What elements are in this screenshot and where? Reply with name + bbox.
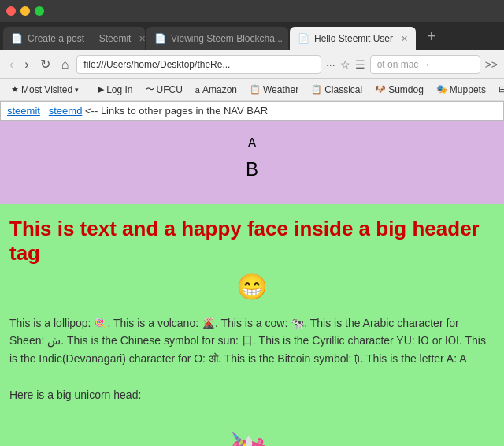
muppets-icon: 🎭 — [436, 84, 447, 95]
login-icon: ▶ — [98, 84, 104, 95]
nav-notice-text: <-- Links to other pages in the NAV BAR — [85, 105, 268, 117]
tab-2-label: Viewing Steem Blockcha... — [171, 33, 283, 44]
section-b-label: B — [0, 158, 504, 180]
page-content: steemit steemd <-- Links to other pages … — [0, 101, 504, 446]
most-visited-icon: ★ — [11, 84, 19, 95]
main-paragraph: This is a lollipop: 🍭. This is a volcano… — [0, 314, 504, 377]
bookmark-icon[interactable]: ☆ — [340, 58, 350, 71]
tab-3[interactable]: 📄 Hello Steemit User ✕ — [290, 27, 416, 50]
tab-bar: 📄 Create a post — Steemit ✕ 📄 Viewing St… — [0, 22, 504, 50]
address-icons: ··· ☆ ☰ — [326, 58, 365, 71]
section-a-label: A — [0, 136, 504, 151]
traffic-lights — [6, 6, 44, 16]
sumdog-icon: 🐶 — [375, 84, 386, 95]
unicorn-emoji: 🦄 — [0, 414, 504, 446]
tab-3-close[interactable]: ✕ — [401, 34, 408, 44]
bookmark-muppets[interactable]: 🎭 Muppets — [432, 83, 491, 97]
home-button[interactable]: ⌂ — [58, 56, 72, 73]
office365-icon: ⊞ — [498, 84, 504, 95]
unicorn-intro: Here is a big unicorn head: — [0, 377, 504, 413]
forward-button[interactable]: › — [21, 56, 32, 73]
amazon-icon: a — [195, 85, 200, 95]
tab-2-icon: 📄 — [154, 33, 166, 44]
bookmark-ufcu-label: UFCU — [157, 84, 183, 95]
more-icon[interactable]: ··· — [326, 58, 335, 71]
bookmark-ufcu[interactable]: 〜 UFCU — [141, 82, 187, 97]
bookmark-amazon-label: Amazon — [202, 84, 237, 95]
bookmark-login-label: Log In — [106, 84, 132, 95]
tab-1-close[interactable]: ✕ — [139, 34, 145, 44]
address-url: file:///Users/home/Desktop/theRe... — [83, 59, 314, 70]
section-ab: A B — [0, 121, 504, 204]
nav-notice: steemit steemd <-- Links to other pages … — [0, 101, 504, 121]
bookmark-sumdog-label: Sumdog — [388, 84, 424, 95]
happy-face-emoji: 😁 — [0, 269, 504, 314]
steemd-link[interactable]: steemd — [49, 105, 83, 117]
unicorn-intro-text: Here is a big unicorn head: — [9, 386, 495, 403]
bookmark-weather[interactable]: 📋 Weather — [245, 83, 303, 97]
search-placeholder: ot on mac → — [377, 59, 431, 70]
tab-1[interactable]: 📄 Create a post — Steemit ✕ — [3, 27, 145, 50]
weather-icon: 📋 — [250, 84, 261, 95]
steemit-link[interactable]: steemit — [7, 105, 40, 117]
main-content: This is text and a happy face inside a b… — [0, 204, 504, 446]
minimize-button[interactable] — [20, 6, 30, 16]
tab-3-icon: 📄 — [298, 33, 309, 44]
fullscreen-button[interactable] — [35, 6, 44, 16]
tab-3-label: Hello Steemit User — [314, 33, 393, 44]
bookmark-login[interactable]: ▶ Log In — [93, 83, 137, 97]
title-bar — [0, 0, 504, 22]
tab-2[interactable]: 📄 Viewing Steem Blockcha... ✕ — [146, 27, 288, 50]
address-bar: ‹ › ↻ ⌂ file:///Users/home/Desktop/theRe… — [0, 50, 504, 79]
bookmark-weather-label: Weather — [263, 84, 298, 95]
reload-button[interactable]: ↻ — [37, 55, 54, 73]
tab-1-icon: 📄 — [11, 33, 23, 44]
chevron-down-icon: ▾ — [75, 86, 79, 94]
close-button[interactable] — [6, 6, 16, 16]
search-input[interactable]: ot on mac → — [370, 55, 480, 74]
bookmark-most-visited-label: Most Visited — [21, 84, 72, 95]
extensions-icon[interactable]: >> — [485, 58, 498, 71]
readinglist-icon[interactable]: ☰ — [355, 58, 365, 71]
tab-1-label: Create a post — Steemit — [28, 33, 131, 44]
bookmark-sumdog[interactable]: 🐶 Sumdog — [370, 83, 428, 97]
bookmark-office365[interactable]: ⊞ Office 365 — [494, 83, 504, 97]
bookmark-amazon[interactable]: a Amazon — [191, 83, 242, 97]
bookmarks-bar: ★ Most Visited ▾ ▶ Log In 〜 UFCU a Amazo… — [0, 79, 504, 101]
bookmark-classical[interactable]: 📋 Classical — [306, 83, 367, 97]
new-tab-button[interactable]: + — [421, 28, 443, 46]
classical-icon: 📋 — [311, 84, 322, 95]
paragraph-text: This is a lollipop: 🍭. This is a volcano… — [9, 314, 495, 367]
bookmark-muppets-label: Muppets — [450, 84, 486, 95]
address-input[interactable]: file:///Users/home/Desktop/theRe... — [76, 55, 321, 74]
back-button[interactable]: ‹ — [6, 56, 17, 73]
main-header: This is text and a happy face inside a b… — [0, 204, 504, 269]
bookmark-most-visited[interactable]: ★ Most Visited ▾ — [6, 83, 83, 97]
ufcu-icon: 〜 — [146, 84, 154, 95]
bookmark-classical-label: Classical — [324, 84, 362, 95]
